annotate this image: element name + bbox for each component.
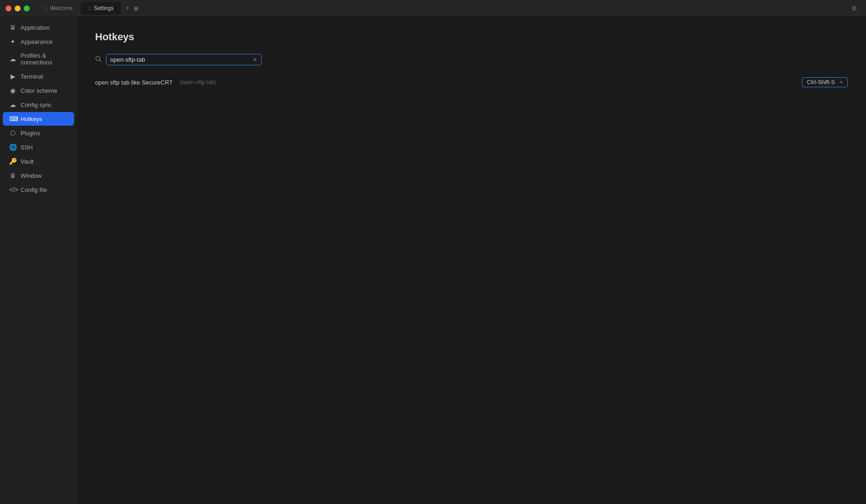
settings-gear-icon[interactable]: ⚙ <box>848 2 861 15</box>
color-scheme-icon: ◉ <box>9 87 16 94</box>
split-icon[interactable]: ▣ <box>134 5 139 11</box>
sidebar-item-plugins-label: Plugins <box>21 130 40 137</box>
sidebar-item-hotkeys[interactable]: ⌨ Hotkeys <box>3 112 74 126</box>
hotkey-binding: Ctrl-Shift-S × <box>802 77 848 87</box>
minimize-button[interactable] <box>15 5 21 11</box>
application-icon: 🖥 <box>9 24 16 31</box>
sidebar-item-config-sync-label: Config sync <box>21 101 52 108</box>
profiles-icon: ☁ <box>9 55 16 63</box>
ssh-icon: 🌐 <box>9 143 16 151</box>
sidebar: 🖥 Application ✦ Appearance ☁ Profiles & … <box>0 16 77 504</box>
key-badge: Ctrl-Shift-S × <box>802 77 848 87</box>
search-clear-button[interactable]: ✕ <box>252 56 257 63</box>
tab-welcome-number: 1 <box>44 5 47 11</box>
sidebar-item-config-file[interactable]: </> Config file <box>3 183 74 196</box>
key-badge-label: Ctrl-Shift-S <box>807 79 835 85</box>
main-layout: 🖥 Application ✦ Appearance ☁ Profiles & … <box>0 16 866 504</box>
sidebar-item-appearance[interactable]: ✦ Appearance <box>3 35 74 48</box>
sidebar-item-profiles-label: Profiles & connections <box>21 52 68 66</box>
config-sync-icon: ☁ <box>9 101 16 108</box>
page-title: Hotkeys <box>95 31 848 43</box>
sidebar-item-application[interactable]: 🖥 Application <box>3 21 74 34</box>
sidebar-item-window-label: Window <box>21 172 42 179</box>
sidebar-item-profiles[interactable]: ☁ Profiles & connections <box>3 49 74 69</box>
config-file-icon: </> <box>9 186 16 193</box>
vault-icon: 🔑 <box>9 158 16 165</box>
titlebar: 1 Welcome 2 Settings + ▣ ⚙ <box>0 0 866 16</box>
add-tab-button[interactable]: + <box>122 3 133 14</box>
sidebar-item-vault-label: Vault <box>21 158 34 165</box>
traffic-lights <box>5 5 30 11</box>
hotkey-id: (open-sftp-tab) <box>180 79 216 85</box>
content-area: Hotkeys ✕ open sftp tab like SecureCRT (… <box>77 16 866 504</box>
tab-settings[interactable]: 2 Settings <box>81 2 121 15</box>
maximize-button[interactable] <box>24 5 30 11</box>
sidebar-item-color-scheme-label: Color scheme <box>21 87 57 94</box>
appearance-icon: ✦ <box>9 38 16 45</box>
titlebar-right: ⚙ <box>848 2 861 15</box>
sidebar-item-hotkeys-label: Hotkeys <box>21 116 42 122</box>
sidebar-item-terminal[interactable]: ▶ Terminal <box>3 69 74 83</box>
window-icon: 🖥 <box>9 172 16 179</box>
remove-key-button[interactable]: × <box>839 79 843 85</box>
search-icon <box>95 56 102 64</box>
hotkey-row: open sftp tab like SecureCRT (open-sftp-… <box>95 74 848 90</box>
sidebar-item-appearance-label: Appearance <box>21 38 53 45</box>
sidebar-item-color-scheme[interactable]: ◉ Color scheme <box>3 84 74 97</box>
hotkey-description: open sftp tab like SecureCRT <box>95 79 173 86</box>
sidebar-item-window[interactable]: 🖥 Window <box>3 169 74 182</box>
sidebar-item-ssh-label: SSH <box>21 144 33 151</box>
search-input[interactable] <box>110 56 250 63</box>
tab-bar: 1 Welcome 2 Settings + ▣ <box>37 2 848 15</box>
svg-line-1 <box>100 60 102 62</box>
tab-welcome-label: Welcome <box>50 5 73 11</box>
tab-settings-number: 2 <box>88 5 91 11</box>
sidebar-item-application-label: Application <box>21 24 50 31</box>
terminal-icon: ▶ <box>9 73 16 80</box>
sidebar-item-config-file-label: Config file <box>21 186 47 193</box>
search-input-wrap: ✕ <box>106 54 262 65</box>
search-container: ✕ <box>95 54 848 65</box>
close-button[interactable] <box>5 5 11 11</box>
sidebar-item-ssh[interactable]: 🌐 SSH <box>3 140 74 154</box>
sidebar-item-terminal-label: Terminal <box>21 73 43 80</box>
tab-welcome[interactable]: 1 Welcome <box>37 2 80 15</box>
sidebar-item-plugins[interactable]: ⬡ Plugins <box>3 126 74 140</box>
tab-settings-label: Settings <box>94 5 113 11</box>
hotkeys-icon: ⌨ <box>9 115 16 122</box>
sidebar-item-config-sync[interactable]: ☁ Config sync <box>3 98 74 111</box>
sidebar-item-vault[interactable]: 🔑 Vault <box>3 154 74 168</box>
plugins-icon: ⬡ <box>9 129 16 137</box>
